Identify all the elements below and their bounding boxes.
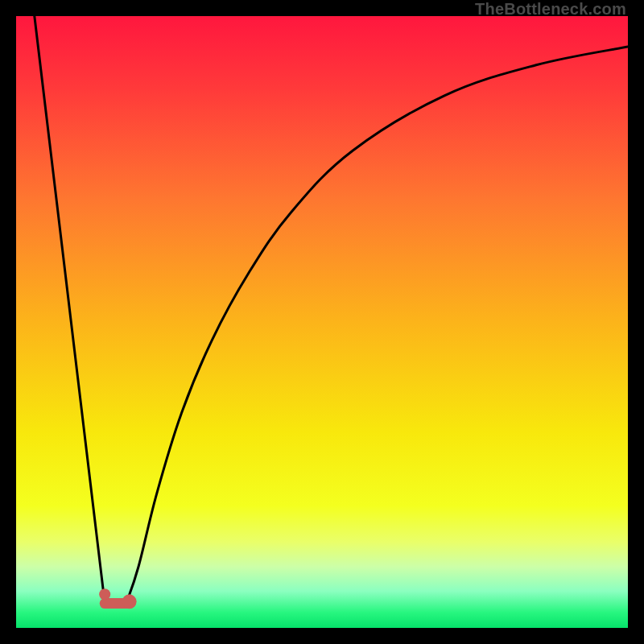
curve-layer [16, 16, 628, 628]
watermark-text: TheBottleneck.com [475, 0, 626, 19]
plot-area [16, 16, 628, 628]
curve-left-branch [35, 16, 105, 604]
min-dot-right [122, 594, 137, 609]
chart-frame: TheBottleneck.com [0, 0, 644, 644]
min-dot-left [99, 588, 110, 600]
curve-right-branch [126, 47, 628, 604]
